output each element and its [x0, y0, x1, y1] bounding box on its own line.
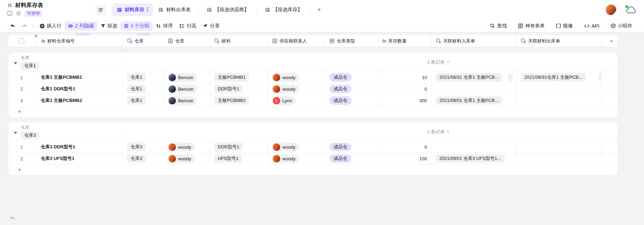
cell-outbound[interactable]: [517, 83, 602, 95]
cell-keeper[interactable]: Benson: [164, 95, 210, 106]
cell-warehouse-code[interactable]: 仓库1 DDR型号1: [35, 83, 123, 95]
group-button[interactable]: 1 个分组: [120, 21, 153, 31]
user-avatar[interactable]: [606, 5, 616, 15]
cell-supplier[interactable]: LLynn: [268, 95, 325, 106]
cell-stock-qty[interactable]: 10: [378, 72, 432, 83]
cell-material[interactable]: DDR型号1: [210, 83, 268, 95]
cell-inbound[interactable]: 2021/09/01 仓库1 主板PCB...: [432, 95, 517, 106]
linked-record-pill[interactable]: 2021/08/31仓库1 主板PCB...: [521, 73, 586, 82]
record-count-dropdown[interactable]: 3 条记录: [427, 59, 449, 65]
cell-keeper[interactable]: Benson: [164, 72, 210, 83]
column-header-supplier-contact[interactable]: 供应商联系人: [268, 35, 325, 47]
cell-inbound[interactable]: [432, 141, 517, 153]
linked-record-pill[interactable]: 2021/09/01 仓库3 UFS型号1...: [436, 154, 505, 163]
cell-warehouse-code[interactable]: 仓库1 主板PCBMB2: [35, 95, 123, 106]
cell-supplier[interactable]: woody: [268, 153, 325, 164]
cell-warehouse[interactable]: 仓库1: [123, 95, 164, 106]
tab-material-inventory[interactable]: 材料库存: [112, 4, 153, 16]
filter-button[interactable]: 筛选: [97, 21, 120, 31]
column-header-stock-qty[interactable]: fx 库存数量: [378, 35, 432, 47]
row-index-cell[interactable]: 3: [8, 95, 35, 106]
add-table-button[interactable]: +: [313, 6, 326, 14]
cell-warehouse-type[interactable]: 成品仓: [325, 83, 378, 95]
cell-keeper[interactable]: Benson: [164, 83, 210, 95]
cell-supplier[interactable]: woody: [268, 83, 325, 95]
eye-icon: [68, 23, 73, 29]
add-column-button[interactable]: +: [602, 35, 617, 47]
row-height-button[interactable]: 行高: [176, 21, 199, 31]
mirror-button[interactable]: 镜像: [553, 21, 576, 31]
cell-warehouse[interactable]: 仓库3: [123, 153, 164, 164]
tab-material-outbound[interactable]: 材料出库表: [153, 4, 196, 16]
share-button[interactable]: 分享: [199, 21, 223, 31]
tab-filter-inventory[interactable]: 【筛选库存】: [260, 4, 307, 16]
cell-material[interactable]: DDR型号1: [210, 141, 268, 153]
magic-form-button[interactable]: 神奇表单: [515, 21, 548, 31]
collapse-group-icon[interactable]: [14, 132, 17, 134]
select-all-checkbox[interactable]: [19, 38, 24, 44]
cell-supplier[interactable]: woody: [268, 72, 325, 83]
row-index-cell[interactable]: 1: [8, 141, 35, 153]
row-index-cell[interactable]: 2: [8, 83, 35, 95]
column-header-material[interactable]: 材料: [210, 35, 268, 47]
cell-outbound[interactable]: [517, 153, 602, 164]
column-header-warehouse[interactable]: 仓库: [123, 35, 164, 47]
cell-supplier[interactable]: woody: [268, 141, 325, 153]
cell-warehouse-code[interactable]: 仓库3 DDR型号1: [35, 141, 123, 153]
cell-outbound[interactable]: [517, 95, 602, 106]
sync-cloud-icon[interactable]: [625, 5, 637, 14]
person-field-icon: [272, 38, 277, 44]
cell-stock-qty[interactable]: 0: [378, 141, 432, 153]
cell-inbound[interactable]: 2021/08/31 仓库1 主板PCB...: [432, 72, 517, 83]
cell-inbound[interactable]: [432, 83, 517, 95]
cell-inbound[interactable]: 2021/09/01 仓库3 UFS型号1...: [432, 153, 517, 164]
linked-record-pill[interactable]: 2021/08/31 仓库1 主板PCB...: [436, 73, 502, 82]
row-index-cell[interactable]: 2: [8, 153, 35, 164]
cell-warehouse-code[interactable]: 仓库3 UFS型号1: [35, 153, 123, 164]
cell-warehouse[interactable]: 仓库3: [123, 141, 164, 153]
redo-button[interactable]: [20, 21, 29, 30]
row-index-cell[interactable]: 1: [8, 72, 35, 83]
widget-button[interactable]: 小组件: [607, 21, 636, 31]
cell-material[interactable]: 主板PCBMB1: [210, 72, 268, 83]
cell-keeper[interactable]: woody: [164, 153, 210, 164]
cell-outbound[interactable]: [517, 141, 602, 153]
tab-more-icon[interactable]: [147, 7, 148, 13]
tab-filter-supplier[interactable]: 【筛选供应商】: [202, 4, 254, 16]
cell-warehouse-type[interactable]: 成品仓: [325, 153, 378, 164]
cell-keeper[interactable]: woody: [164, 141, 210, 153]
cell-material[interactable]: UFS型号1: [210, 153, 268, 164]
undo-button[interactable]: [8, 21, 17, 30]
caret-down-icon: [447, 61, 449, 63]
column-header-warehouse-type[interactable]: 仓库类型: [325, 35, 378, 47]
find-button[interactable]: 查找: [487, 21, 510, 31]
cell-warehouse-type[interactable]: 成品仓: [325, 141, 378, 153]
cell-warehouse-type[interactable]: 成品仓: [325, 72, 378, 83]
cell-warehouse-type[interactable]: 成品仓: [325, 95, 378, 106]
record-count-dropdown[interactable]: 2 条记录: [427, 129, 449, 135]
linked-record-pill[interactable]: 2021/09/01 仓库1 主板PCB...: [436, 96, 502, 105]
column-header-outbound-links[interactable]: 关联材料出库单: [517, 35, 602, 47]
cell-stock-qty[interactable]: 300: [378, 95, 432, 106]
cell-outbound[interactable]: 2021/08/31仓库1 主板PCB...: [517, 72, 602, 83]
insert-row-button[interactable]: 插入行: [36, 21, 65, 31]
add-row-button[interactable]: +: [8, 165, 617, 175]
hidden-columns-button[interactable]: 2 列隐藏: [65, 21, 97, 31]
column-header-keeper[interactable]: 仓管: [164, 35, 210, 47]
cell-warehouse[interactable]: 仓库1: [123, 72, 164, 83]
add-row-button[interactable]: +: [8, 107, 617, 117]
cell-stock-qty[interactable]: 100: [378, 153, 432, 164]
cell-warehouse-code[interactable]: 仓库1 主板PCBMB1: [35, 72, 123, 83]
column-header-inbound-links[interactable]: 关联材料入库单: [432, 35, 517, 47]
column-header-warehouse-code[interactable]: fx 材料仓库编号: [35, 35, 123, 47]
cell-stock-qty[interactable]: 0: [378, 83, 432, 95]
sort-button[interactable]: 排序: [152, 21, 176, 31]
avatar: [169, 74, 176, 81]
table-list-menu-icon[interactable]: [96, 5, 106, 15]
cell-material[interactable]: 主板PCBMB2: [210, 95, 268, 106]
cell-warehouse[interactable]: 仓库1: [123, 83, 164, 95]
star-icon[interactable]: [16, 11, 22, 17]
comment-icon[interactable]: [7, 11, 13, 17]
api-button[interactable]: API: [581, 22, 603, 30]
collapse-group-icon[interactable]: [14, 62, 17, 64]
